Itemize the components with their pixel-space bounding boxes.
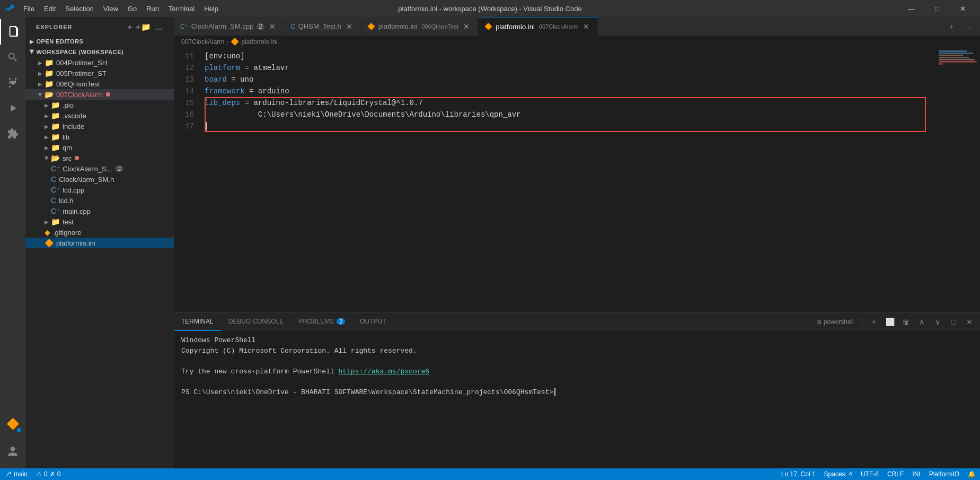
breadcrumb-folder[interactable]: 007ClockAlarm: [181, 38, 224, 46]
menu-terminal[interactable]: Terminal: [164, 4, 199, 14]
breadcrumb-file[interactable]: platformio.ini: [241, 38, 277, 46]
status-errors[interactable]: ⚠ 0 ✗ 0: [32, 468, 65, 480]
open-editors-section[interactable]: ▶ OPEN EDITORS: [25, 36, 174, 47]
powershell-selector[interactable]: ⊞ powershell: [814, 317, 857, 327]
close-panel-button[interactable]: ✕: [963, 316, 976, 328]
maximize-panel-button[interactable]: □: [947, 316, 960, 328]
platformio-activity-icon[interactable]: 🔶: [0, 411, 25, 437]
status-encoding[interactable]: UTF-8: [857, 468, 883, 480]
new-file-icon[interactable]: +: [127, 22, 133, 32]
status-branch[interactable]: ⎇ main: [0, 468, 32, 480]
shell-name: powershell: [824, 318, 854, 326]
more-actions-icon[interactable]: …: [155, 22, 163, 32]
language-label: INI: [912, 470, 920, 478]
folder-007clockalarm[interactable]: ▶ 📂 007ClockAlarm: [25, 89, 174, 100]
folder-label: 005Protimer_ST: [56, 69, 107, 77]
breadcrumb-separator: ›: [226, 38, 228, 46]
status-eol[interactable]: CRLF: [883, 468, 908, 480]
menu-file[interactable]: File: [19, 4, 39, 14]
run-debug-activity-icon[interactable]: [0, 95, 25, 121]
tab-close-button[interactable]: ✕: [345, 22, 354, 31]
maximize-button[interactable]: □: [925, 0, 949, 17]
split-editor-button[interactable]: +: [944, 19, 959, 34]
open-editors-chevron: ▶: [30, 39, 34, 45]
more-tabs-button[interactable]: …: [961, 19, 976, 34]
status-language[interactable]: INI: [908, 468, 924, 480]
explorer-activity-icon[interactable]: [0, 19, 25, 45]
encoding-label: UTF-8: [861, 470, 879, 478]
menu-selection[interactable]: Selection: [61, 4, 98, 14]
menu-go[interactable]: Go: [123, 4, 141, 14]
terminal-content[interactable]: Windows PowerShell Copyright (C) Microso…: [174, 331, 980, 468]
status-indent[interactable]: Spaces: 4: [820, 468, 857, 480]
folder-label: include: [63, 123, 84, 130]
window-title: platformio.ini - workspace (Workspace) -…: [398, 5, 581, 13]
pscore-link[interactable]: https://aka.ms/pscore6: [338, 368, 429, 376]
account-activity-icon[interactable]: [0, 439, 25, 464]
tab-problems[interactable]: PROBLEMS 2: [291, 312, 352, 331]
file-clockalarm-sm-cpp[interactable]: C⁺ ClockAlarm_S... 2: [25, 163, 174, 174]
branch-name: main: [14, 470, 28, 478]
folder-006qhsmtest[interactable]: ▶ 📁 006QHsmTest: [25, 78, 174, 89]
folder-label: qm: [63, 144, 72, 152]
terminal-icon: ⊞: [816, 318, 822, 326]
tab-close-button[interactable]: ✕: [268, 22, 277, 31]
line-num-15: 15: [174, 97, 194, 109]
code-token: [env:uno]: [205, 50, 245, 62]
folder-label: test: [63, 218, 74, 226]
folder-icon: 📁: [45, 58, 54, 67]
minimize-button[interactable]: —: [899, 0, 924, 17]
split-terminal-button[interactable]: ⬜: [884, 316, 896, 328]
tab-platformio-006[interactable]: 🔶 platformio.ini 006QHsmTest ✕: [361, 17, 478, 36]
chevron-up-icon[interactable]: ∧: [915, 316, 928, 328]
kill-terminal-button[interactable]: 🗑: [899, 316, 912, 328]
menu-view[interactable]: View: [99, 4, 122, 14]
code-token: lib_deps: [205, 97, 240, 109]
folder-004protimer-sh[interactable]: ▶ 📁 004Protimer_SH: [25, 57, 174, 68]
tab-output[interactable]: OUTPUT: [352, 312, 393, 331]
code-editor[interactable]: 11 12 13 14 15 16 17 [env:uno] pl: [174, 48, 938, 312]
tab-qhsm-test-h[interactable]: C QHSM_Test.h ✕: [284, 17, 361, 36]
menu-edit[interactable]: Edit: [40, 4, 60, 14]
status-notifications[interactable]: 🔔: [964, 468, 980, 480]
new-folder-icon[interactable]: +📁: [136, 22, 152, 32]
file-gitignore[interactable]: ◆ .gitignore: [25, 227, 174, 238]
add-terminal-button[interactable]: ＋: [868, 316, 880, 328]
tab-close-button[interactable]: ✕: [462, 22, 471, 31]
folder-qm[interactable]: ▶ 📁 qm: [25, 142, 174, 153]
menu-help[interactable]: Help: [200, 4, 223, 14]
minimap-line: [939, 59, 975, 60]
code-line-14: framework = arduino: [205, 85, 938, 97]
extensions-activity-icon[interactable]: [0, 121, 25, 146]
file-lcd-h[interactable]: C lcd.h: [25, 195, 174, 206]
tab-platformio-007[interactable]: 🔶 platformio.ini 007ClockAlarm ✕: [478, 17, 598, 36]
tab-terminal[interactable]: TERMINAL: [174, 312, 221, 331]
file-platformio-ini[interactable]: 🔶 platformio.ini: [25, 238, 174, 248]
folder-lib[interactable]: ▶ 📁 lib: [25, 132, 174, 142]
status-cursor-pos[interactable]: Ln 17, Col 1: [777, 468, 820, 480]
folder-open-icon: 📂: [45, 90, 54, 99]
chevron-down-icon[interactable]: ∨: [931, 316, 944, 328]
folder-pio[interactable]: ▶ 📁 .pio: [25, 100, 174, 110]
file-lcd-cpp[interactable]: C⁺ lcd.cpp: [25, 185, 174, 195]
search-activity-icon[interactable]: [0, 45, 25, 70]
tab-close-button[interactable]: ✕: [581, 22, 591, 31]
folder-test[interactable]: ▶ 📁 test: [25, 216, 174, 227]
workspace-section[interactable]: ▶ WORKSPACE (WORKSPACE): [25, 47, 174, 57]
folder-include[interactable]: ▶ 📁 include: [25, 121, 174, 132]
status-platformio[interactable]: PlatformIO: [925, 468, 964, 480]
file-main-cpp[interactable]: C⁺ main.cpp: [25, 206, 174, 216]
menu-run[interactable]: Run: [142, 4, 163, 14]
vscode-logo-icon: [5, 4, 15, 13]
file-clockalarm-sm-h[interactable]: C ClockAlarm_SM.h: [25, 174, 174, 185]
tab-debug-console[interactable]: DEBUG CONSOLE: [221, 312, 292, 331]
folder-005protimer-st[interactable]: ▶ 📁 005Protimer_ST: [25, 68, 174, 78]
code-content[interactable]: [env:uno] platform = atmelavr board = un…: [200, 48, 938, 312]
tab-clockalarm-sm-cpp[interactable]: C⁺ ClockAlarm_SM.cpp 2 ✕: [174, 17, 284, 36]
folder-icon: 📁: [51, 111, 60, 120]
folder-src[interactable]: ▶ 📂 src: [25, 153, 174, 163]
source-control-activity-icon[interactable]: [0, 70, 25, 95]
prompt-text: PS C:\Users\nieki\OneDrive - BHARATI SOF…: [181, 388, 553, 396]
folder-vscode[interactable]: ▶ 📁 .vscode: [25, 110, 174, 121]
close-button[interactable]: ✕: [950, 0, 975, 17]
